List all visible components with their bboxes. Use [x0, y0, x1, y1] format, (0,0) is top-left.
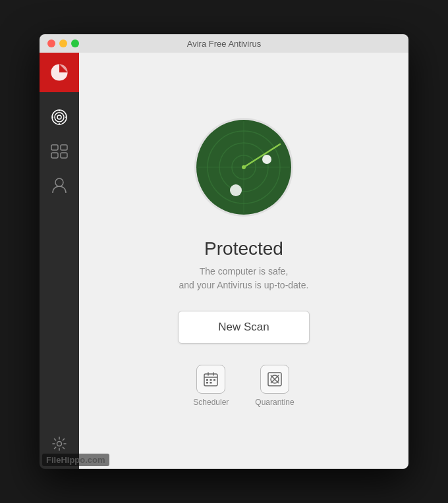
- svg-rect-29: [210, 379, 212, 381]
- account-icon: [52, 177, 67, 194]
- gear-icon: [52, 437, 67, 451]
- sidebar-item-modules[interactable]: [45, 137, 74, 166]
- svg-rect-32: [210, 382, 212, 384]
- titlebar: Avira Free Antivirus: [40, 34, 408, 53]
- bottom-toolbar: Scheduler Quarantine: [193, 365, 294, 407]
- window-controls: [47, 40, 79, 47]
- svg-point-22: [230, 184, 242, 196]
- svg-point-2: [57, 115, 61, 119]
- svg-rect-8: [61, 145, 67, 150]
- svg-rect-10: [61, 153, 67, 158]
- svg-point-23: [242, 165, 246, 169]
- sidebar-logo: [40, 53, 79, 92]
- svg-rect-30: [213, 379, 215, 381]
- status-subtitle: The computer is safe,and your Antivirus …: [179, 265, 309, 292]
- close-button[interactable]: [47, 40, 55, 47]
- quarantine-icon-box: [260, 365, 289, 394]
- minimize-button[interactable]: [59, 40, 67, 47]
- new-scan-button[interactable]: New Scan: [178, 311, 310, 344]
- svg-point-1: [55, 113, 64, 122]
- modules-icon: [51, 144, 68, 159]
- sidebar-item-account[interactable]: [45, 171, 74, 200]
- scheduler-label: Scheduler: [193, 398, 229, 407]
- status-title: Protected: [204, 238, 283, 259]
- svg-point-11: [55, 178, 63, 186]
- svg-point-21: [262, 155, 271, 164]
- svg-point-12: [57, 442, 62, 446]
- scheduler-icon: [204, 372, 218, 386]
- scheduler-icon-box: [196, 365, 225, 394]
- sidebar-item-scan[interactable]: [45, 103, 74, 132]
- svg-rect-28: [206, 379, 208, 381]
- svg-rect-9: [51, 153, 58, 158]
- quarantine-label: Quarantine: [255, 398, 294, 407]
- radar-visual: [191, 115, 296, 223]
- quarantine-icon: [267, 372, 282, 386]
- scan-icon: [51, 109, 68, 126]
- avira-logo-icon: [47, 61, 71, 84]
- sidebar: [40, 53, 79, 469]
- scheduler-button[interactable]: Scheduler: [193, 365, 229, 407]
- window-title: Avira Free Antivirus: [187, 39, 261, 49]
- sidebar-navigation: [45, 92, 74, 419]
- maximize-button[interactable]: [71, 40, 79, 47]
- app-window: Avira Free Antivirus: [40, 34, 408, 469]
- main-layout: Protected The computer is safe,and your …: [40, 53, 408, 469]
- radar-icon: [191, 115, 296, 220]
- watermark: FileHippo.com: [42, 454, 109, 466]
- svg-rect-31: [206, 382, 208, 384]
- quarantine-button[interactable]: Quarantine: [255, 365, 294, 407]
- svg-rect-7: [51, 145, 58, 150]
- main-content: Protected The computer is safe,and your …: [79, 53, 408, 469]
